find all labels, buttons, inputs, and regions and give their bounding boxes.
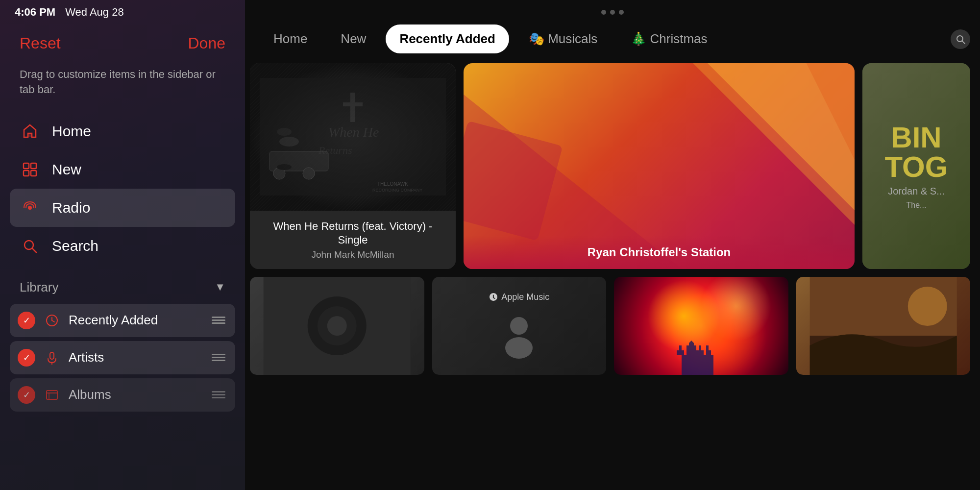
- svg-rect-2: [31, 163, 36, 169]
- apple-music-label: Apple Music: [501, 292, 549, 302]
- svg-rect-1: [24, 163, 29, 169]
- card-when-he-returns[interactable]: When He Returns THELONAWK RECORDING COMP…: [250, 63, 456, 269]
- tab-home[interactable]: Home: [260, 24, 321, 53]
- sidebar-item-home[interactable]: Home: [10, 112, 235, 150]
- svg-text:Returns: Returns: [318, 144, 352, 156]
- library-section: Library ▼ ✓ Recently Added: [0, 275, 245, 412]
- library-item-albums-label: Albums: [69, 387, 202, 402]
- dot-1: [601, 10, 606, 15]
- done-button[interactable]: Done: [188, 34, 226, 52]
- drag-handle-artists[interactable]: [210, 352, 227, 363]
- status-date: Wed Aug 28: [65, 6, 123, 19]
- when-he-returns-subtitle: John Mark McMillan: [260, 249, 446, 260]
- svg-rect-4: [31, 171, 36, 176]
- svg-rect-11: [50, 352, 54, 359]
- tab-musicals[interactable]: 🎭 Musicals: [515, 24, 611, 53]
- drag-handle-albums[interactable]: [210, 389, 227, 400]
- apple-music-badge: Apple Music: [489, 292, 549, 302]
- status-time: 4:06 PM: [15, 6, 55, 19]
- svg-rect-13: [47, 391, 57, 399]
- svg-point-28: [277, 164, 292, 170]
- svg-line-10: [52, 320, 54, 322]
- main-content: Home New Recently Added 🎭 Musicals 🎄 Chr…: [245, 0, 980, 490]
- new-icon: [20, 159, 40, 180]
- card-bottom-2[interactable]: Apple Music: [432, 277, 607, 375]
- svg-text:THELONAWK: THELONAWK: [377, 181, 408, 187]
- top-dots: [245, 0, 980, 20]
- library-title: Library: [20, 280, 58, 295]
- card-bottom-3[interactable]: [614, 277, 788, 375]
- search-nav-icon: [20, 236, 40, 256]
- svg-rect-0: [28, 133, 32, 137]
- sidebar-item-new-label: New: [52, 161, 81, 178]
- sidebar-description: Drag to customize items in the sidebar o…: [0, 62, 245, 112]
- svg-point-39: [505, 337, 533, 359]
- svg-point-25: [277, 128, 292, 136]
- bottom-card-row: Apple Music: [250, 277, 970, 490]
- card-bottom-4[interactable]: [796, 277, 971, 375]
- bind-subtitle: Jordan & S...: [885, 186, 948, 197]
- svg-point-16: [957, 36, 963, 42]
- sidebar: 4:06 PM Wed Aug 28 Reset Done Drag to cu…: [0, 0, 245, 490]
- albums-check-icon: ✓: [18, 386, 35, 404]
- recently-added-check-icon: ✓: [18, 312, 35, 329]
- sidebar-item-search-label: Search: [52, 238, 98, 254]
- svg-point-23: [303, 168, 315, 179]
- bind-note: The...: [885, 201, 948, 210]
- ryan-christoffel-title: Ryan Christoffel's Station: [473, 245, 845, 259]
- recently-added-clock-icon: [43, 312, 61, 329]
- top-card-row: When He Returns THELONAWK RECORDING COMP…: [250, 63, 970, 269]
- artists-mic-icon: [43, 349, 61, 367]
- sidebar-header: Reset Done: [0, 20, 245, 62]
- svg-line-7: [32, 248, 36, 252]
- card-ryan-christoffel[interactable]: Ryan Christoffel's Station: [464, 63, 855, 269]
- when-he-returns-title: When He Returns (feat. Victory) - Single: [260, 220, 446, 247]
- sidebar-item-new[interactable]: New: [10, 150, 235, 189]
- sidebar-item-radio-label: Radio: [52, 199, 90, 216]
- drag-handle-recently-added[interactable]: [210, 315, 227, 326]
- radio-icon: [20, 197, 40, 218]
- status-bar: 4:06 PM Wed Aug 28: [0, 0, 245, 24]
- svg-point-37: [327, 316, 347, 336]
- library-item-artists[interactable]: ✓ Artists: [10, 341, 235, 374]
- when-he-returns-info: When He Returns (feat. Victory) - Single…: [250, 211, 456, 269]
- artists-check-icon: ✓: [18, 349, 35, 367]
- tab-new[interactable]: New: [327, 24, 380, 53]
- sidebar-item-home-label: Home: [52, 123, 91, 140]
- card-bottom-1[interactable]: [250, 277, 424, 375]
- sidebar-item-search[interactable]: Search: [10, 227, 235, 265]
- library-item-recently-added-label: Recently Added: [69, 313, 202, 328]
- reset-button[interactable]: Reset: [20, 34, 61, 52]
- person-silhouette: [499, 311, 539, 360]
- library-items: ✓ Recently Added ✓: [10, 304, 235, 412]
- svg-point-38: [510, 317, 528, 335]
- tab-bar: Home New Recently Added 🎭 Musicals 🎄 Chr…: [245, 20, 980, 63]
- dot-3: [619, 10, 624, 15]
- library-item-recently-added[interactable]: ✓ Recently Added: [10, 304, 235, 337]
- bind-text: BIN TOG Jordan & S... The...: [885, 123, 948, 210]
- ryan-christoffel-info: Ryan Christoffel's Station: [464, 236, 855, 269]
- svg-text:RECORDING COMPANY: RECORDING COMPANY: [372, 188, 422, 193]
- when-he-returns-art: When He Returns THELONAWK RECORDING COMP…: [250, 63, 456, 211]
- library-chevron-icon: ▼: [215, 281, 225, 294]
- tab-christmas[interactable]: 🎄 Christmas: [617, 24, 721, 53]
- tab-recently-added[interactable]: Recently Added: [386, 24, 509, 53]
- sidebar-item-radio[interactable]: Radio: [10, 189, 235, 227]
- library-item-albums[interactable]: ✓ Albums: [10, 378, 235, 412]
- svg-text:When He: When He: [328, 124, 379, 140]
- svg-rect-19: [350, 93, 355, 122]
- card-bind-us-together[interactable]: BIN TOG Jordan & S... The...: [862, 63, 970, 269]
- dot-2: [610, 10, 615, 15]
- svg-point-24: [279, 137, 299, 147]
- svg-rect-20: [343, 102, 363, 106]
- bind-title-big2: TOG: [885, 152, 948, 182]
- svg-rect-3: [24, 171, 29, 176]
- library-header[interactable]: Library ▼: [10, 275, 235, 300]
- castle-silhouette: [672, 336, 731, 375]
- library-item-artists-label: Artists: [69, 350, 202, 365]
- home-icon: [20, 121, 40, 142]
- svg-point-5: [28, 206, 32, 210]
- svg-line-17: [962, 41, 965, 44]
- svg-point-42: [907, 287, 947, 326]
- tab-search-button[interactable]: [951, 29, 970, 49]
